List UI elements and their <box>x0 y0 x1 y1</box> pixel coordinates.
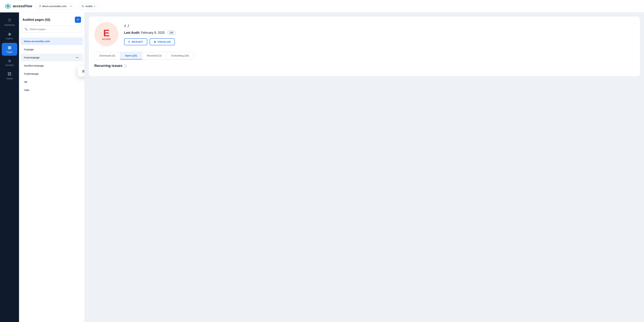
dashboard-icon: ⏱ <box>8 18 12 23</box>
pages-title-text: Audited pages <box>22 18 44 22</box>
recurring-issues-title: Recurring issues i <box>94 64 634 68</box>
tab-everything[interactable]: Everything (26) <box>166 52 194 60</box>
page-path: ð / <box>124 24 634 28</box>
tabs-row: Dismissed (0) Open (23) Resolved (3) Eve… <box>94 52 194 60</box>
dot-icon <box>76 57 76 58</box>
last-audit-label: Last Audit: <box>124 31 140 34</box>
visualize-icon: ⊞ <box>154 40 156 43</box>
domain-chevron-icon: ▾ <box>70 5 71 8</box>
more-options-button[interactable] <box>75 56 80 58</box>
audits-scan-icon: ⊡ <box>82 4 84 8</box>
page-item-text: /anothernewpage <box>24 64 44 67</box>
list-item[interactable]: /all <box>20 78 83 86</box>
trash-icon: 🗑 <box>82 70 84 73</box>
page-meta: ð / Last Audit: February 9, 2025 OK ↻ <box>124 22 634 45</box>
tab-dismissed[interactable]: Dismissed (0) <box>94 52 120 60</box>
pages-icon: ▦ <box>8 45 12 50</box>
reaudit-button[interactable]: ↻ REAUDIT <box>124 38 147 45</box>
page-item-text: demo.accessibe.com <box>24 40 50 43</box>
domain-globe-icon: ð <box>39 5 41 8</box>
status-badge: OK <box>167 30 176 35</box>
list-item[interactable]: demo.accessibe.com <box>20 37 83 45</box>
tab-open[interactable]: Open (23) <box>120 52 142 60</box>
last-audit-row: Last Audit: February 9, 2025 OK <box>124 30 634 35</box>
path-slash: / <box>128 24 129 28</box>
explore-icon: ◉ <box>8 32 11 36</box>
sidebar-label-dashboard: Dashboard <box>4 24 15 26</box>
journeys-icon: ⊞ <box>8 59 11 63</box>
pages-list: demo.accessibe.com /mypage /myextrapage … <box>19 37 84 322</box>
dot-icon <box>78 57 78 58</box>
context-menu: 🗑 Remove Page <box>78 66 84 76</box>
page-item-text: /all <box>24 80 27 83</box>
score-letter: E <box>103 28 110 38</box>
domain-selector[interactable]: ð demo.accessibe.com ▾ <box>36 3 74 9</box>
content-card: E SCORE ð / Last Audit: February 9, 2025… <box>89 16 640 76</box>
search-input[interactable] <box>30 28 79 30</box>
recurring-issues-label: Recurring issues <box>94 64 122 68</box>
reaudit-icon: ↻ <box>128 40 130 43</box>
visualize-button[interactable]: ⊞ VISUALIZE <box>150 38 175 45</box>
list-item[interactable]: /mybestpage <box>20 70 83 78</box>
logo-area: accessFlow <box>5 3 32 9</box>
page-item-text: /myextrapage <box>24 56 40 59</box>
list-item[interactable]: /myextrapage <box>20 54 83 61</box>
sidebar-item-journeys[interactable]: ⊞ Journeys <box>2 56 17 69</box>
reaudit-label: REAUDIT <box>132 40 143 43</box>
page-item-text: /mybestpage <box>24 72 39 75</box>
logo-icon <box>5 3 11 9</box>
sidebar-label-journeys: Journeys <box>5 64 14 66</box>
list-item[interactable]: /anothernewpage <box>20 62 83 70</box>
pages-title: Audited pages (42) <box>22 18 50 22</box>
add-page-button[interactable]: + <box>75 16 81 23</box>
page-header-area: E SCORE ð / Last Audit: February 9, 2025… <box>94 22 634 46</box>
dot-icon <box>77 57 78 58</box>
sidebar-nav: ⏱ Dashboard ◉ Explore ▦ Pages ⊞ Journeys… <box>0 12 19 322</box>
list-item[interactable]: /mypage <box>20 46 83 53</box>
score-label: SCORE <box>102 38 111 40</box>
sidebar-label-explore: Explore <box>6 37 13 40</box>
sidebar-label-assets: Assets <box>6 78 12 80</box>
remove-page-menu-item[interactable]: 🗑 Remove Page <box>79 68 84 75</box>
score-circle: E SCORE <box>94 22 118 46</box>
sidebar-item-dashboard[interactable]: ⏱ Dashboard <box>2 16 17 29</box>
sidebar-item-assets[interactable]: 🖼 Assets <box>2 70 17 82</box>
pages-header: Audited pages (42) + <box>19 12 84 26</box>
sidebar-item-explore[interactable]: ◉ Explore <box>2 30 17 42</box>
last-audit-date: February 9, 2025 <box>141 31 165 34</box>
pages-panel: Audited pages (42) + 🔍 demo.accessibe.co… <box>19 12 85 322</box>
audits-label: Audits <box>85 5 92 8</box>
page-item-text: /mypage <box>24 48 34 51</box>
search-icon: 🔍 <box>24 28 28 31</box>
list-item[interactable]: /sale <box>20 86 83 94</box>
globe-icon: ð <box>124 24 126 28</box>
assets-icon: 🖼 <box>8 72 12 76</box>
info-icon: i <box>124 64 127 68</box>
app-name: accessFlow <box>13 4 32 8</box>
page-item-text: /sale <box>24 88 29 92</box>
last-audit-text: Last Audit: February 9, 2025 <box>124 31 165 34</box>
audits-selector[interactable]: ⊡ Audits ▾ <box>78 3 98 9</box>
main-content: E SCORE ð / Last Audit: February 9, 2025… <box>85 12 644 322</box>
tab-resolved[interactable]: Resolved (3) <box>142 52 166 60</box>
search-box: 🔍 <box>22 26 82 33</box>
audits-chevron-icon: ▾ <box>94 5 95 8</box>
visualize-label: VISUALIZE <box>158 40 171 43</box>
main-layout: ⏱ Dashboard ◉ Explore ▦ Pages ⊞ Journeys… <box>0 12 644 322</box>
domain-text: demo.accessibe.com <box>42 5 69 8</box>
topbar: accessFlow ð demo.accessibe.com ▾ ⊡ Audi… <box>0 0 644 12</box>
sidebar-item-pages[interactable]: ▦ Pages <box>2 43 17 56</box>
pages-count: (42) <box>45 18 50 22</box>
action-buttons: ↻ REAUDIT ⊞ VISUALIZE <box>124 38 634 45</box>
sidebar-label-pages: Pages <box>6 51 12 53</box>
